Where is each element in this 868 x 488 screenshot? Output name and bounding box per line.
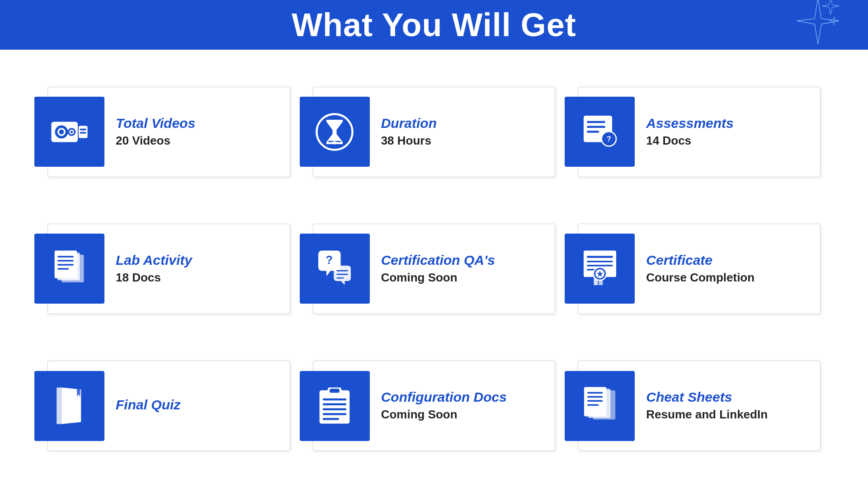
final-quiz-icon-box	[34, 371, 104, 441]
card-wrapper-lab-activity: Lab Activity 18 Docs	[36, 200, 302, 337]
video-icon	[49, 112, 90, 152]
lab-activity-label: Lab Activity	[116, 252, 192, 268]
card-certification-qas: ? Certification QA's Coming Soon	[313, 224, 556, 314]
svg-rect-45	[330, 389, 340, 393]
page-title: What You Will Get	[292, 6, 576, 43]
card-configuration-docs: Configuration Docs Coming Soon	[313, 361, 556, 451]
svg-rect-50	[323, 418, 339, 420]
certificate-icon	[580, 249, 620, 289]
cheat-sheets-icon-box	[565, 371, 635, 441]
quiz-icon	[49, 385, 90, 426]
certification-qas-icon-box: ?	[300, 234, 370, 304]
cheat-sheets-value: Resume and LinkedIn	[646, 407, 768, 422]
card-wrapper-assessments: ? Assessments 14 Docs	[566, 63, 832, 200]
duration-icon	[314, 112, 355, 152]
cheat-sheets-text: Cheat Sheets Resume and LinkedIn	[646, 389, 768, 422]
svg-rect-22	[57, 256, 74, 258]
card-certificate: Certificate Course Completion	[578, 224, 821, 314]
svg-rect-32	[587, 261, 613, 263]
certification-qas-label: Certification QA's	[381, 252, 495, 268]
svg-text:?: ?	[607, 134, 611, 142]
certification-qas-text: Certification QA's Coming Soon	[381, 252, 495, 286]
lab-activity-icon-box	[34, 234, 104, 304]
assessments-value: 14 Docs	[646, 133, 733, 149]
total-videos-icon-box	[34, 97, 104, 167]
total-videos-value: 20 Videos	[116, 133, 195, 149]
assessments-icon-box: ?	[565, 97, 635, 167]
card-assessments: ? Assessments 14 Docs	[578, 87, 821, 177]
lab-activity-value: 18 Docs	[116, 270, 192, 286]
assessments-text: Assessments 14 Docs	[646, 115, 733, 149]
card-wrapper-certification-qas: ? Certification QA's Coming Soon	[302, 200, 567, 337]
configuration-docs-label: Configuration Docs	[381, 389, 507, 405]
cheat-sheets-label: Cheat Sheets	[646, 389, 768, 405]
svg-rect-8	[80, 128, 86, 130]
certificate-value: Course Completion	[646, 270, 755, 286]
card-total-videos: Total Videos 20 Videos	[47, 87, 290, 177]
svg-rect-9	[80, 132, 86, 134]
svg-rect-55	[587, 396, 603, 398]
card-wrapper-cheat-sheets: Cheat Sheets Resume and LinkedIn	[566, 338, 832, 474]
svg-rect-29	[337, 277, 344, 279]
card-lab-activity: Lab Activity 18 Docs	[47, 224, 290, 314]
certificate-icon-box	[565, 234, 635, 304]
duration-label: Duration	[381, 115, 437, 131]
final-quiz-text: Final Quiz	[116, 397, 180, 415]
svg-rect-25	[57, 268, 69, 270]
cards-grid: Total Videos 20 Videos	[0, 50, 868, 488]
final-quiz-label: Final Quiz	[116, 397, 180, 413]
svg-rect-31	[587, 256, 613, 258]
cheatsheet-icon	[580, 385, 620, 426]
svg-rect-23	[57, 260, 74, 262]
certification-qas-value: Coming Soon	[381, 270, 495, 286]
qa-icon: ?	[314, 249, 355, 289]
card-wrapper-total-videos: Total Videos 20 Videos	[36, 63, 302, 200]
svg-rect-46	[323, 399, 346, 401]
svg-rect-28	[337, 274, 348, 275]
total-videos-label: Total Videos	[116, 115, 195, 131]
svg-rect-57	[587, 404, 599, 406]
certificate-text: Certificate Course Completion	[646, 252, 755, 286]
svg-rect-49	[323, 413, 346, 416]
card-wrapper-certificate: Certificate Course Completion	[566, 200, 832, 337]
svg-rect-24	[57, 264, 74, 266]
configuration-docs-text: Configuration Docs Coming Soon	[381, 389, 507, 422]
config-icon	[314, 385, 355, 426]
svg-rect-48	[323, 408, 346, 411]
svg-rect-33	[587, 265, 613, 267]
card-duration: Duration 38 Hours	[313, 87, 556, 177]
configuration-docs-icon-box	[300, 371, 370, 441]
duration-value: 38 Hours	[381, 133, 437, 149]
certificate-label: Certificate	[646, 252, 755, 268]
card-final-quiz: Final Quiz	[47, 361, 290, 451]
card-cheat-sheets: Cheat Sheets Resume and LinkedIn	[578, 361, 821, 451]
svg-rect-15	[587, 131, 599, 133]
assessments-icon: ?	[580, 112, 620, 152]
svg-rect-54	[587, 392, 603, 394]
svg-point-3	[59, 129, 64, 134]
svg-rect-56	[587, 400, 603, 402]
lab-activity-text: Lab Activity 18 Docs	[116, 252, 192, 286]
card-wrapper-final-quiz: Final Quiz	[36, 338, 302, 474]
svg-point-6	[70, 131, 72, 133]
configuration-docs-value: Coming Soon	[381, 407, 507, 422]
svg-rect-40	[57, 388, 61, 424]
page-header: What You Will Get	[0, 0, 868, 50]
svg-rect-13	[587, 121, 605, 123]
svg-rect-14	[587, 126, 605, 128]
lab-icon	[49, 249, 90, 289]
svg-rect-47	[323, 404, 346, 406]
total-videos-text: Total Videos 20 Videos	[116, 115, 195, 149]
duration-icon-box	[300, 97, 370, 167]
svg-rect-27	[337, 270, 348, 272]
svg-text:?: ?	[326, 253, 333, 266]
card-wrapper-duration: Duration 38 Hours	[302, 63, 567, 200]
star-decoration	[787, 0, 841, 59]
card-wrapper-configuration-docs: Configuration Docs Coming Soon	[302, 338, 567, 474]
duration-text: Duration 38 Hours	[381, 115, 437, 149]
assessments-label: Assessments	[646, 115, 733, 131]
